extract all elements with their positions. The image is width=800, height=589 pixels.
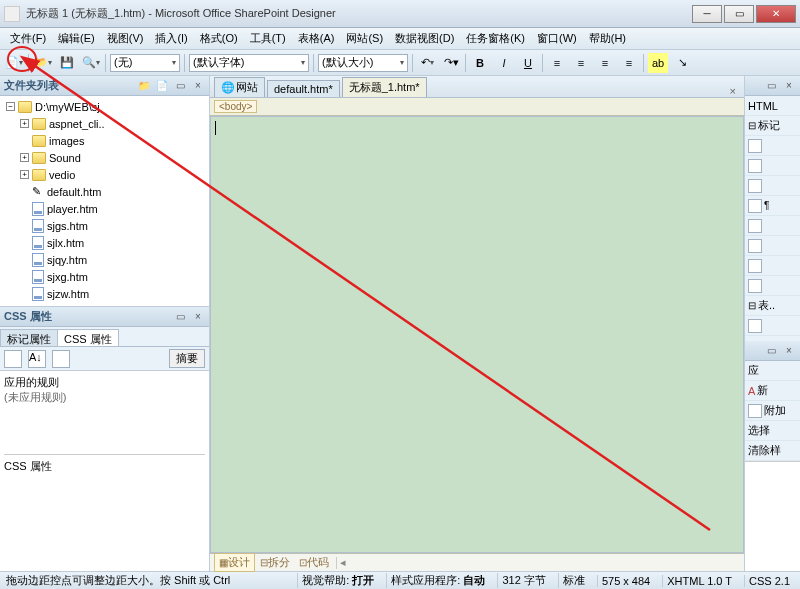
tree-file[interactable]: sjqy.htm <box>2 251 207 268</box>
right-hdr1: ▭ × <box>745 76 800 96</box>
right-icon6[interactable] <box>745 236 800 256</box>
minimize-button[interactable]: ─ <box>692 5 722 23</box>
menu-dataview[interactable]: 数据视图(D) <box>389 29 460 48</box>
align-right-button[interactable]: ≡ <box>595 53 615 73</box>
tab-css-props[interactable]: CSS 属性 <box>57 329 119 346</box>
status-xhtml[interactable]: XHTML 1.0 T <box>662 575 736 587</box>
align-left-button[interactable]: ≡ <box>547 53 567 73</box>
tree-folder[interactable]: +vedio <box>2 166 207 183</box>
view-code[interactable]: ⊡代码 <box>295 554 333 571</box>
right-html[interactable]: HTML <box>745 96 800 116</box>
tree-file[interactable]: player.htm <box>2 200 207 217</box>
save-button[interactable]: 💾 <box>57 53 77 73</box>
tab-default[interactable]: default.htm* <box>267 80 340 97</box>
italic-button[interactable]: I <box>494 53 514 73</box>
status-css[interactable]: CSS 2.1 <box>744 575 794 587</box>
right-icon3[interactable] <box>745 176 800 196</box>
right-icon1[interactable] <box>745 136 800 156</box>
main-area: 文件夹列表 📁 📄 ▭ × −D:\myWEB\sj +aspnet_cli..… <box>0 76 800 571</box>
right-mark[interactable]: ⊟标记 <box>745 116 800 136</box>
menu-window[interactable]: 窗口(W) <box>531 29 583 48</box>
menu-table[interactable]: 表格(A) <box>292 29 341 48</box>
maximize-button[interactable]: ▭ <box>724 5 754 23</box>
more-button[interactable]: ↘ <box>672 53 692 73</box>
menu-help[interactable]: 帮助(H) <box>583 29 632 48</box>
panel-close-icon[interactable]: × <box>782 344 796 358</box>
right-icon8[interactable] <box>745 276 800 296</box>
design-editor[interactable] <box>210 116 744 553</box>
right-column: ▭ × HTML ⊟标记 ¶ ⊟表.. ▭ × 应 A新 附加 选择 清除样 <box>744 76 800 571</box>
tab-site[interactable]: 🌐网站 <box>214 77 265 97</box>
menu-edit[interactable]: 编辑(E) <box>52 29 101 48</box>
menu-format[interactable]: 格式(O) <box>194 29 244 48</box>
panel-close-icon[interactable]: × <box>782 79 796 93</box>
view-scroll-left[interactable]: ◂ <box>340 556 346 569</box>
bold-button[interactable]: B <box>470 53 490 73</box>
right-icon9[interactable] <box>745 316 800 336</box>
tree-folder[interactable]: images <box>2 132 207 149</box>
folder-tree[interactable]: −D:\myWEB\sj +aspnet_cli.. images +Sound… <box>0 96 209 306</box>
summary-button[interactable]: 摘要 <box>169 349 205 368</box>
right-icon4[interactable]: ¶ <box>745 196 800 216</box>
panel-pin-icon[interactable]: ▭ <box>764 344 778 358</box>
new-file-icon[interactable]: 📄 <box>155 79 169 93</box>
menu-taskpane[interactable]: 任务窗格(K) <box>460 29 531 48</box>
status-style[interactable]: 样式应用程序: 自动 <box>386 573 489 588</box>
preview-button[interactable]: 🔍▾ <box>81 53 101 73</box>
highlight-button[interactable]: ab <box>648 53 668 73</box>
right-icon7[interactable] <box>745 256 800 276</box>
tab-untitled[interactable]: 无标题_1.htm* <box>342 77 427 97</box>
tree-file[interactable]: sjlx.htm <box>2 234 207 251</box>
css-props-area[interactable]: CSS 属性 <box>4 455 205 567</box>
close-button[interactable]: ✕ <box>756 5 796 23</box>
view-design[interactable]: ▦设计 <box>214 553 255 572</box>
style-selector[interactable]: (无)▾ <box>110 54 180 72</box>
right-attach[interactable]: 附加 <box>745 401 800 421</box>
right-table[interactable]: ⊟表.. <box>745 296 800 316</box>
right-hdr2: ▭ × <box>745 341 800 361</box>
right-new[interactable]: A新 <box>745 381 800 401</box>
panel-close-icon[interactable]: × <box>191 310 205 324</box>
panel-pin-icon[interactable]: ▭ <box>173 79 187 93</box>
font-selector[interactable]: (默认字体)▾ <box>189 54 309 72</box>
breadcrumb-body-tag[interactable]: <body> <box>214 100 257 113</box>
view-split[interactable]: ⊟拆分 <box>256 554 294 571</box>
tree-root[interactable]: −D:\myWEB\sj <box>2 98 207 115</box>
tree-folder[interactable]: +Sound <box>2 149 207 166</box>
css-panel-title: CSS 属性 <box>4 309 169 324</box>
panel-pin-icon[interactable]: ▭ <box>173 310 187 324</box>
css-sort3-icon[interactable] <box>52 350 70 368</box>
tree-file[interactable]: ✎default.htm <box>2 183 207 200</box>
new-folder-icon[interactable]: 📁 <box>137 79 151 93</box>
justify-button[interactable]: ≡ <box>619 53 639 73</box>
redo-button[interactable]: ↷▾ <box>441 53 461 73</box>
tree-file[interactable]: sjzw.htm <box>2 285 207 302</box>
css-sort1-icon[interactable] <box>4 350 22 368</box>
status-visual[interactable]: 视觉帮助: 打开 <box>297 573 378 588</box>
tree-folder[interactable]: +aspnet_cli.. <box>2 115 207 132</box>
menu-site[interactable]: 网站(S) <box>340 29 389 48</box>
right-icon5[interactable] <box>745 216 800 236</box>
open-button[interactable]: 📂▾ <box>33 53 53 73</box>
menu-view[interactable]: 视图(V) <box>101 29 150 48</box>
no-rules-text: (未应用规则) <box>4 390 205 405</box>
panel-close-icon[interactable]: × <box>191 79 205 93</box>
menu-file[interactable]: 文件(F) <box>4 29 52 48</box>
new-page-button[interactable]: 📄▾ <box>4 53 24 73</box>
undo-button[interactable]: ↶▾ <box>417 53 437 73</box>
tab-tag-props[interactable]: 标记属性 <box>0 329 58 346</box>
css-sort2-icon[interactable]: A↓ <box>28 350 46 368</box>
close-tab-button[interactable]: × <box>726 85 740 97</box>
menu-insert[interactable]: 插入(I) <box>149 29 193 48</box>
size-selector[interactable]: (默认大小)▾ <box>318 54 408 72</box>
right-icon2[interactable] <box>745 156 800 176</box>
css-rules-area[interactable]: 应用的规则 (未应用规则) <box>4 375 205 455</box>
tree-file[interactable]: sjxg.htm <box>2 268 207 285</box>
panel-pin-icon[interactable]: ▭ <box>764 79 778 93</box>
right-clear[interactable]: 清除样 <box>745 441 800 461</box>
underline-button[interactable]: U <box>518 53 538 73</box>
right-apply[interactable]: 应 <box>745 361 800 381</box>
menu-tools[interactable]: 工具(T) <box>244 29 292 48</box>
tree-file[interactable]: sjgs.htm <box>2 217 207 234</box>
align-center-button[interactable]: ≡ <box>571 53 591 73</box>
